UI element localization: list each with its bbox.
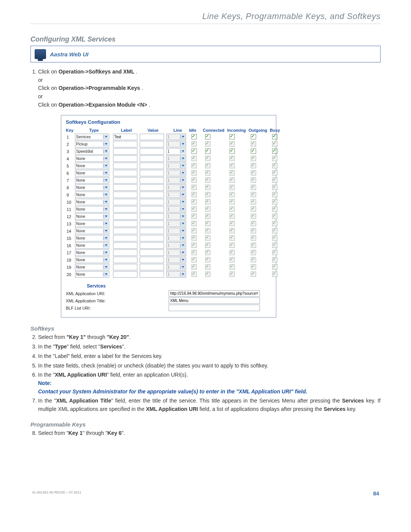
type-select[interactable]: None [75, 271, 109, 278]
state-checkbox [191, 214, 197, 219]
label-input[interactable] [113, 228, 137, 234]
label-input[interactable] [113, 242, 137, 249]
label-input[interactable] [113, 257, 137, 263]
value-input[interactable] [140, 141, 164, 147]
value-input[interactable] [140, 264, 164, 270]
type-select[interactable]: None [75, 206, 109, 212]
type-select[interactable]: None [75, 249, 109, 256]
config-row: 15None1 [66, 235, 271, 242]
state-checkbox [229, 177, 235, 183]
label-input[interactable] [113, 184, 137, 191]
type-select[interactable]: None [75, 170, 109, 176]
value-input[interactable] [140, 206, 164, 212]
procedure-list-2: Select from "Key 1" through "Key 20". In… [30, 333, 381, 413]
type-select[interactable]: Pickup [75, 141, 109, 147]
config-row: 11None1 [66, 206, 271, 213]
svc-uri-input[interactable] [169, 290, 260, 297]
state-checkbox[interactable] [251, 134, 256, 139]
state-checkbox [272, 177, 277, 183]
s6b: XML Application URI [55, 372, 107, 378]
value-input[interactable] [140, 155, 164, 162]
step-6: In the "XML Application URI" field, ente… [38, 371, 381, 396]
label-input[interactable] [113, 134, 137, 140]
label-input[interactable] [113, 148, 137, 155]
label-input[interactable] [113, 177, 137, 184]
row-key: 19 [66, 265, 75, 270]
label-input[interactable] [113, 213, 137, 220]
value-input[interactable] [140, 249, 164, 256]
value-input[interactable] [140, 257, 164, 263]
label-input[interactable] [113, 141, 137, 147]
label-input[interactable] [113, 170, 137, 176]
value-input[interactable] [140, 134, 164, 140]
step1-b1: Click on [38, 85, 59, 91]
value-input[interactable] [140, 271, 164, 278]
type-select[interactable]: Services [75, 134, 109, 140]
type-select[interactable]: None [75, 264, 109, 270]
label-input[interactable] [113, 199, 137, 205]
config-row: 8None1 [66, 184, 271, 191]
state-checkbox[interactable] [251, 149, 256, 154]
value-input[interactable] [140, 213, 164, 220]
state-checkbox[interactable] [205, 134, 210, 139]
state-checkbox[interactable] [272, 149, 277, 154]
value-input[interactable] [140, 235, 164, 241]
state-checkbox [251, 235, 256, 241]
value-input[interactable] [140, 184, 164, 191]
page: Line Keys, Programmable Keys, and Softke… [0, 0, 411, 508]
row-key: 16 [66, 243, 75, 248]
type-select[interactable]: None [75, 235, 109, 241]
type-select[interactable]: None [75, 163, 109, 169]
label-input[interactable] [113, 163, 137, 169]
line-select: 1 [166, 141, 186, 147]
label-input[interactable] [113, 271, 137, 278]
line-select: 1 [166, 184, 186, 191]
svc-blf-input[interactable] [169, 305, 260, 311]
label-input[interactable] [113, 220, 137, 227]
state-checkbox [251, 185, 256, 190]
value-input[interactable] [140, 148, 164, 155]
value-input[interactable] [140, 170, 164, 176]
value-input[interactable] [140, 228, 164, 234]
state-checkbox[interactable] [229, 149, 235, 154]
value-input[interactable] [140, 199, 164, 205]
value-input[interactable] [140, 220, 164, 227]
type-select[interactable]: None [75, 257, 109, 263]
state-checkbox [229, 250, 235, 255]
type-select[interactable]: None [75, 177, 109, 184]
value-input[interactable] [140, 192, 164, 198]
value-input[interactable] [140, 177, 164, 184]
label-input[interactable] [113, 264, 137, 270]
state-checkbox[interactable] [272, 134, 277, 139]
row-key: 3 [66, 149, 75, 154]
label-input[interactable] [113, 249, 137, 256]
label-input[interactable] [113, 235, 137, 241]
svc-title-input[interactable] [169, 297, 260, 304]
type-select[interactable]: Speeddial [75, 148, 109, 155]
label-input[interactable] [113, 192, 137, 198]
value-input[interactable] [140, 242, 164, 249]
label-input[interactable] [113, 155, 137, 162]
type-select[interactable]: None [75, 220, 109, 227]
state-checkbox [205, 264, 210, 270]
state-checkbox[interactable] [229, 134, 235, 139]
state-checkbox[interactable] [205, 149, 210, 154]
type-select[interactable]: None [75, 228, 109, 234]
type-select[interactable]: None [75, 213, 109, 220]
type-select[interactable]: None [75, 155, 109, 162]
state-checkbox [251, 199, 256, 204]
state-checkbox[interactable] [191, 149, 197, 154]
state-checkbox [272, 221, 277, 226]
line-select[interactable]: 1 [166, 148, 186, 155]
type-select[interactable]: None [75, 192, 109, 198]
type-select[interactable]: None [75, 199, 109, 205]
type-select[interactable]: None [75, 184, 109, 191]
value-input[interactable] [140, 163, 164, 169]
state-checkbox [191, 170, 197, 176]
label-input[interactable] [113, 206, 137, 212]
state-checkbox[interactable] [191, 134, 197, 139]
row-key: 12 [66, 214, 75, 219]
type-select[interactable]: None [75, 242, 109, 249]
state-checkbox [251, 272, 256, 277]
hdr-value: Value [140, 128, 166, 133]
